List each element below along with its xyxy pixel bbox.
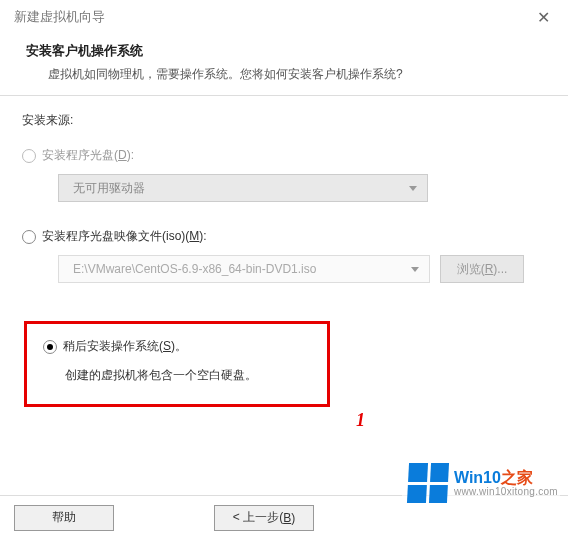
annotation-step-1: 1: [356, 410, 365, 431]
watermark: Win10之家 www.win10xitong.com: [402, 459, 560, 503]
iso-path-value: E:\VMware\CentOS-6.9-x86_64-bin-DVD1.iso: [73, 262, 316, 276]
radio-icon[interactable]: [22, 230, 36, 244]
install-source-label: 安装来源:: [22, 112, 548, 129]
wizard-header: 安装客户机操作系统 虚拟机如同物理机，需要操作系统。您将如何安装客户机操作系统?: [0, 34, 568, 95]
iso-path-dropdown[interactable]: E:\VMware\CentOS-6.9-x86_64-bin-DVD1.iso: [58, 255, 430, 283]
disc-drive-dropdown[interactable]: 无可用驱动器: [58, 174, 428, 202]
watermark-brand: Win10之家: [454, 469, 558, 487]
highlight-box: 稍后安装操作系统(S)。 创建的虚拟机将包含一个空白硬盘。: [24, 321, 330, 407]
content-area: 安装来源: 安装程序光盘(D): 无可用驱动器 安装程序光盘映像文件(iso)(…: [0, 96, 568, 417]
option-iso[interactable]: 安装程序光盘映像文件(iso)(M):: [22, 228, 548, 245]
help-button[interactable]: 帮助: [14, 505, 114, 531]
option-iso-label: 安装程序光盘映像文件(iso)(M):: [42, 228, 207, 245]
titlebar: 新建虚拟机向导 ✕: [0, 0, 568, 34]
window-title: 新建虚拟机向导: [14, 8, 105, 26]
windows-logo-icon: [407, 463, 449, 503]
watermark-url: www.win10xitong.com: [454, 486, 558, 497]
back-button[interactable]: < 上一步(B): [214, 505, 314, 531]
radio-icon[interactable]: [43, 340, 57, 354]
option-later-desc: 创建的虚拟机将包含一个空白硬盘。: [65, 367, 311, 384]
close-icon[interactable]: ✕: [528, 8, 558, 27]
option-disc-label: 安装程序光盘(D):: [42, 147, 134, 164]
browse-button[interactable]: 浏览(R)...: [440, 255, 524, 283]
page-subtitle: 虚拟机如同物理机，需要操作系统。您将如何安装客户机操作系统?: [48, 66, 542, 83]
option-disc[interactable]: 安装程序光盘(D):: [22, 147, 548, 164]
radio-icon[interactable]: [22, 149, 36, 163]
chevron-down-icon: [409, 186, 417, 191]
page-title: 安装客户机操作系统: [26, 42, 542, 60]
option-later-label: 稍后安装操作系统(S)。: [63, 338, 187, 355]
chevron-down-icon: [411, 267, 419, 272]
option-install-later[interactable]: 稍后安装操作系统(S)。: [43, 338, 311, 355]
disc-drive-value: 无可用驱动器: [73, 180, 145, 197]
